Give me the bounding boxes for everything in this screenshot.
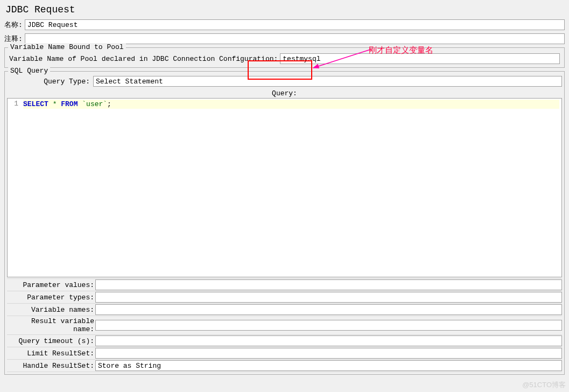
query-timeout-label: Query timeout (s): — [7, 336, 95, 346]
pool-legend: Variable Name Bound to Pool — [8, 43, 126, 51]
name-input[interactable] — [25, 19, 565, 30]
token-select: SELECT — [23, 100, 48, 108]
pool-label: Variable Name of Pool declared in JDBC C… — [9, 55, 278, 63]
token-ident: `user` — [82, 100, 107, 108]
parameter-values-label: Parameter values: — [7, 280, 95, 290]
query-type-label: Query Type: — [7, 78, 92, 86]
line-number: 1 — [8, 100, 18, 108]
result-variable-input[interactable] — [95, 320, 562, 331]
editor-gutter: 1 — [8, 99, 21, 277]
token-star: * — [53, 100, 57, 108]
result-variable-label: Result variable name: — [7, 316, 95, 334]
code-line: SELECT * FROM `user`; — [23, 100, 559, 109]
handle-resultset-label: Handle ResultSet: — [7, 361, 95, 371]
token-semicolon: ; — [107, 100, 111, 108]
sql-editor[interactable]: 1 SELECT * FROM `user`; — [7, 98, 562, 277]
handle-resultset-input[interactable] — [95, 360, 562, 371]
limit-resultset-label: Limit ResultSet: — [7, 348, 95, 359]
parameter-types-input[interactable] — [95, 292, 562, 303]
query-label: Query: — [7, 89, 562, 98]
pool-fieldset: Variable Name Bound to Pool Variable Nam… — [4, 47, 565, 68]
limit-resultset-input[interactable] — [95, 348, 562, 359]
sql-legend: SQL Query — [8, 67, 50, 75]
parameter-types-label: Parameter types: — [7, 292, 95, 303]
token-from: FROM — [61, 100, 78, 108]
comment-input[interactable] — [25, 33, 565, 44]
variable-names-label: Variable names: — [7, 305, 95, 315]
pool-variable-input[interactable] — [280, 53, 560, 64]
query-type-value: Select Statement — [96, 78, 163, 86]
variable-names-input[interactable] — [95, 304, 562, 315]
watermark: @51CTO博客 — [522, 380, 566, 390]
comment-label: 注释: — [4, 34, 23, 44]
sql-fieldset: SQL Query Query Type: Select Statement Q… — [4, 71, 565, 375]
name-label: 名称: — [4, 20, 23, 30]
editor-code-area[interactable]: SELECT * FROM `user`; — [21, 99, 561, 277]
query-type-select[interactable]: Select Statement — [93, 76, 562, 87]
page-title: JDBC Request — [4, 2, 565, 19]
parameter-values-input[interactable] — [95, 279, 562, 290]
query-timeout-input[interactable] — [95, 335, 562, 346]
